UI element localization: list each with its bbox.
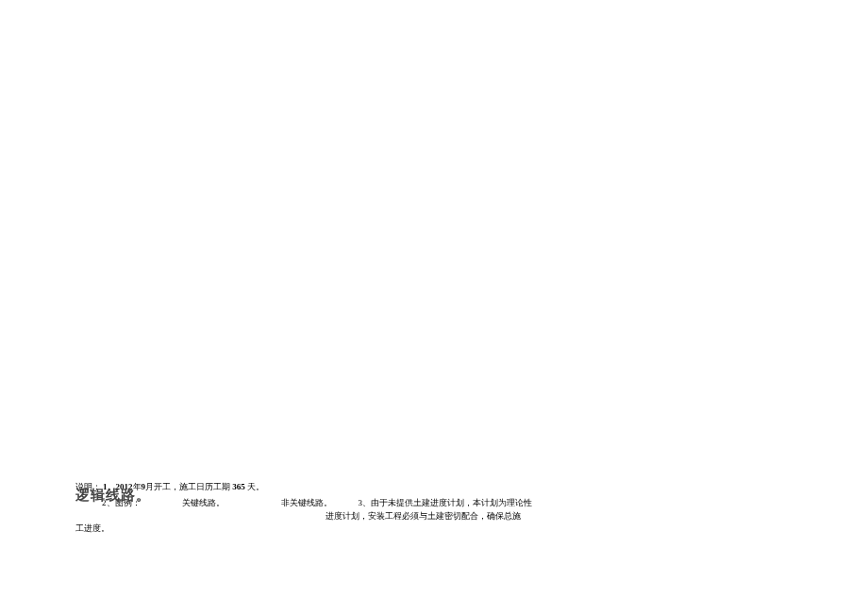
note-line-4: 工进度。: [75, 523, 109, 535]
notes-block: 说明：1、2012年9月开工，施工日历工期 365 天。 2、图例：关键线路。非…: [75, 481, 642, 523]
page-title-overlay: 逻辑线路。: [75, 487, 151, 505]
item2-noncritical: 非关键线路。: [281, 498, 332, 507]
item2-critical: 关键线路。: [182, 498, 225, 507]
note-line-2: 2、图例：关键线路。非关键线路。3、由于未提供土建进度计划，本计划为理论性: [75, 497, 642, 509]
note-line-3: 进度计划，安装工程必须与土建密切配合，确保总施: [75, 510, 642, 523]
item1-days-unit: 天。: [247, 482, 264, 491]
item1-rest: 月开工，施工日历工期: [145, 482, 230, 491]
item3-num: 3、: [359, 498, 372, 507]
item3-text-a: 由于未提供土建进度计划，本计划为理论性: [371, 498, 532, 507]
item3-text-c: 工进度。: [75, 523, 109, 533]
note-line-1: 说明：1、2012年9月开工，施工日历工期 365 天。: [75, 481, 642, 493]
item1-days: 365: [232, 482, 245, 491]
item3-text-b: 进度计划，安装工程必须与土建密切配合，确保总施: [326, 511, 521, 521]
